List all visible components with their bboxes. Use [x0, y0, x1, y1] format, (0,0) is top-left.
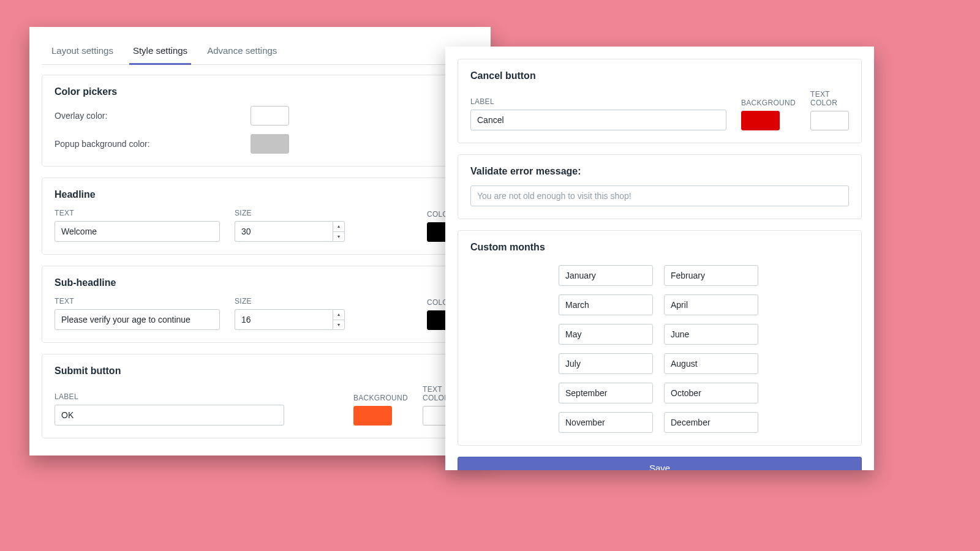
cancel-label-label: LABEL [470, 97, 726, 106]
submit-button-card: Submit button LABEL BACKGROUND TEXT COLO… [42, 354, 478, 438]
validate-error-title: Validate error message: [470, 166, 849, 177]
month-input-march[interactable] [559, 294, 653, 315]
subheadline-card: Sub-headline TEXT SIZE ▲ ▼ COLOR [42, 266, 478, 343]
month-input-october[interactable] [664, 383, 758, 403]
month-input-december[interactable] [664, 412, 758, 433]
subheadline-size-input[interactable] [235, 309, 333, 330]
settings-tabs: Layout settings Style settings Advance s… [42, 39, 478, 65]
months-grid [559, 265, 849, 433]
tab-layout-settings[interactable]: Layout settings [42, 39, 123, 64]
month-input-august[interactable] [664, 353, 758, 374]
validate-error-input[interactable] [470, 186, 849, 206]
month-input-november[interactable] [559, 412, 653, 433]
subheadline-title: Sub-headline [55, 277, 466, 288]
month-input-june[interactable] [664, 324, 758, 345]
tab-advance-settings[interactable]: Advance settings [197, 39, 287, 64]
cancel-bg-label: BACKGROUND [741, 99, 796, 107]
popup-bg-swatch[interactable] [251, 134, 289, 154]
subheadline-size-label: SIZE [235, 297, 345, 305]
headline-text-label: TEXT [55, 209, 220, 217]
headline-size-down[interactable]: ▼ [333, 232, 344, 242]
month-input-april[interactable] [664, 294, 758, 315]
headline-card: Headline TEXT SIZE ▲ ▼ COLOR [42, 178, 478, 255]
headline-size-up[interactable]: ▲ [333, 222, 344, 232]
popup-bg-label: Popup background color: [55, 139, 238, 149]
subheadline-text-label: TEXT [55, 297, 220, 305]
cancel-textcolor-swatch[interactable] [810, 111, 849, 130]
month-input-february[interactable] [664, 265, 758, 286]
right-panel: Cancel button LABEL BACKGROUND TEXT COLO… [445, 47, 874, 470]
submit-label-input[interactable] [55, 405, 284, 425]
month-input-july[interactable] [559, 353, 653, 374]
submit-label-label: LABEL [55, 392, 284, 401]
headline-title: Headline [55, 189, 466, 200]
subheadline-text-input[interactable] [55, 309, 220, 330]
headline-size-label: SIZE [235, 209, 345, 217]
submit-bg-swatch[interactable] [353, 406, 392, 425]
color-pickers-card: Color pickers Overlay color: Popup backg… [42, 75, 478, 167]
cancel-button-card: Cancel button LABEL BACKGROUND TEXT COLO… [458, 59, 862, 143]
month-input-september[interactable] [559, 383, 653, 403]
cancel-bg-swatch[interactable] [741, 111, 780, 130]
overlay-color-swatch[interactable] [251, 106, 289, 126]
subheadline-size-down[interactable]: ▼ [333, 320, 344, 330]
overlay-color-label: Overlay color: [55, 111, 238, 121]
validate-error-card: Validate error message: [458, 154, 862, 219]
submit-title: Submit button [55, 365, 466, 377]
custom-months-title: Custom months [470, 242, 849, 253]
cancel-label-input[interactable] [470, 110, 726, 130]
cancel-title: Cancel button [470, 70, 849, 81]
color-pickers-title: Color pickers [55, 86, 466, 97]
save-button[interactable]: Save [458, 457, 862, 470]
left-panel: Layout settings Style settings Advance s… [29, 27, 491, 455]
month-input-may[interactable] [559, 324, 653, 345]
cancel-textcolor-label: TEXT COLOR [810, 90, 849, 107]
custom-months-card: Custom months [458, 230, 862, 446]
headline-size-input[interactable] [235, 221, 333, 242]
tab-style-settings[interactable]: Style settings [123, 39, 197, 64]
submit-bg-label: BACKGROUND [353, 394, 408, 402]
headline-text-input[interactable] [55, 221, 220, 242]
subheadline-size-up[interactable]: ▲ [333, 310, 344, 320]
month-input-january[interactable] [559, 265, 653, 286]
